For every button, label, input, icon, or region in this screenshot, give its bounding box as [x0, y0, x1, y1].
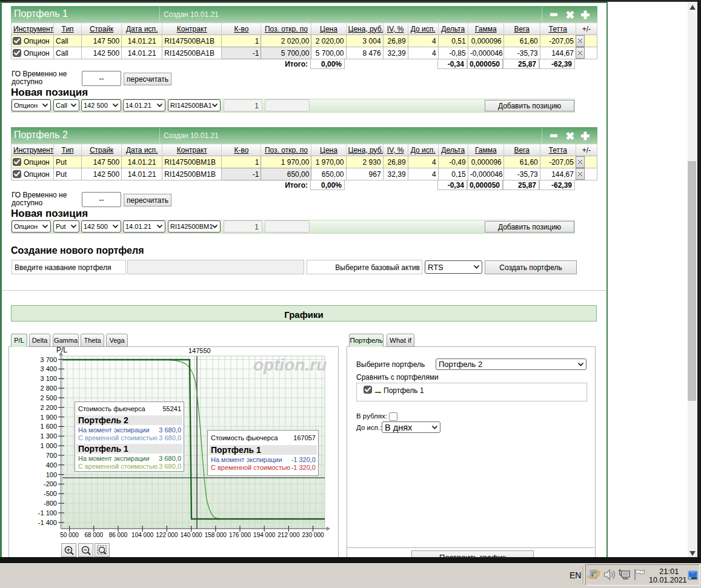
- svg-text:212 000: 212 000: [277, 532, 300, 538]
- svg-text:122 000: 122 000: [156, 532, 178, 538]
- svg-text:176 000: 176 000: [229, 532, 251, 538]
- svg-text:1 900: 1 900: [40, 414, 57, 421]
- svg-text:-500: -500: [44, 490, 57, 497]
- svg-text:100: 100: [46, 471, 57, 478]
- svg-text:1 300: 1 300: [40, 432, 57, 440]
- svg-text:147550: 147550: [188, 347, 211, 354]
- svg-text:3 400: 3 400: [40, 365, 57, 372]
- svg-text:700: 700: [46, 452, 57, 459]
- svg-text:P/L: P/L: [56, 346, 67, 354]
- svg-text:194 000: 194 000: [253, 532, 276, 538]
- svg-text:104 000: 104 000: [131, 532, 154, 538]
- svg-text:1 600: 1 600: [40, 423, 57, 430]
- svg-text:-800: -800: [44, 500, 57, 507]
- svg-text:1 000: 1 000: [40, 442, 57, 449]
- svg-text:3 700: 3 700: [40, 356, 57, 363]
- svg-text:2 500: 2 500: [40, 394, 57, 401]
- svg-text:option.ru: option.ru: [253, 355, 327, 374]
- svg-text:230 000: 230 000: [302, 532, 325, 538]
- svg-text:140 000: 140 000: [181, 532, 203, 538]
- svg-text:400: 400: [46, 461, 57, 469]
- svg-text:-200: -200: [44, 480, 57, 487]
- svg-text:2 800: 2 800: [40, 385, 57, 392]
- svg-text:50 000: 50 000: [60, 532, 79, 538]
- svg-text:2 200: 2 200: [40, 404, 57, 411]
- svg-text:86 000: 86 000: [109, 532, 128, 538]
- svg-text:-1 100: -1 100: [38, 509, 57, 517]
- svg-text:68 000: 68 000: [85, 532, 104, 538]
- svg-text:3 100: 3 100: [40, 375, 57, 382]
- svg-text:-1 400: -1 400: [38, 519, 57, 526]
- svg-text:158 000: 158 000: [205, 532, 227, 538]
